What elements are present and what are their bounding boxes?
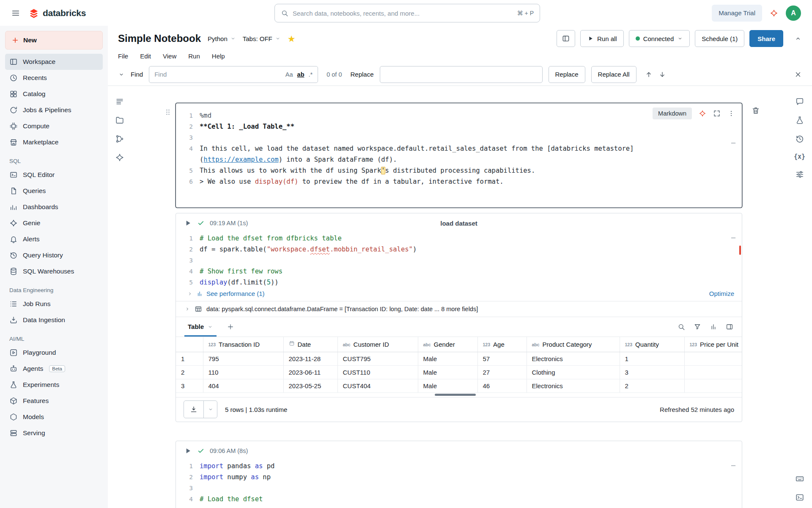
cell-menu-button[interactable] xyxy=(727,110,735,117)
databricks-logo[interactable]: databricks xyxy=(29,8,86,18)
cell-expand-button[interactable] xyxy=(713,110,721,117)
user-avatar[interactable]: A xyxy=(786,6,801,21)
chart-view-button[interactable] xyxy=(710,323,717,331)
experiments-button[interactable] xyxy=(795,116,804,125)
table-of-contents-button[interactable] xyxy=(115,97,124,106)
table-row[interactable]: 34042023-05-25CUST404Male46Electronics2 xyxy=(176,379,742,392)
sidebar-item-sql-editor[interactable]: SQL Editor xyxy=(5,167,103,183)
assistant-sparkle-button[interactable] xyxy=(770,9,778,17)
cluster-status-button[interactable]: Connected xyxy=(629,30,690,47)
code-line[interactable]: 4# Load the dfset xyxy=(176,494,742,505)
sidebar-item-alerts[interactable]: Alerts xyxy=(5,231,103,247)
filter-results-button[interactable] xyxy=(694,323,701,331)
whole-word-toggle[interactable]: ab xyxy=(297,71,304,78)
hamburger-menu-button[interactable] xyxy=(11,8,20,18)
download-options-button[interactable] xyxy=(203,401,217,418)
cell-drag-handle[interactable] xyxy=(164,108,172,116)
next-match-button[interactable] xyxy=(658,71,666,78)
find-input[interactable] xyxy=(154,66,281,83)
language-selector[interactable]: Python xyxy=(208,35,236,42)
sidebar-item-models[interactable]: Models xyxy=(5,409,103,425)
menu-run[interactable]: Run xyxy=(188,52,200,60)
code-line[interactable]: 1import pandas as pd xyxy=(176,461,742,472)
layout-view-button[interactable] xyxy=(557,30,575,47)
version-history-button[interactable] xyxy=(795,134,804,144)
run-all-button[interactable]: Run all xyxy=(580,30,624,47)
horizontal-scrollbar-thumb[interactable] xyxy=(435,394,476,396)
column-header-product-category[interactable]: abcProduct Category xyxy=(527,337,620,352)
manage-trial-button[interactable]: Manage Trial xyxy=(712,5,762,22)
code-line[interactable]: 2import numpy as np xyxy=(176,472,742,483)
find-bar-toggle-button[interactable] xyxy=(118,71,125,78)
sidebar-item-playground[interactable]: Playground xyxy=(5,345,103,361)
markdown-cell[interactable]: 1%md2**Cell 1: _Load Table_**3 4In this … xyxy=(176,103,742,208)
tabs-toggle-selector[interactable]: Tabs: OFF xyxy=(243,35,281,42)
sidebar-item-compute[interactable]: Compute xyxy=(5,118,103,134)
code-line[interactable]: 3 xyxy=(176,483,742,494)
column-header-customer-id[interactable]: abcCustomer ID xyxy=(337,337,418,352)
assistant-button[interactable] xyxy=(115,153,124,162)
replace-button[interactable]: Replace xyxy=(549,66,585,83)
close-find-bar-button[interactable] xyxy=(794,71,802,78)
menu-help[interactable]: Help xyxy=(212,52,225,60)
table-row[interactable]: 21102023-06-11CUST110Male27Clothing3 xyxy=(176,365,742,379)
sidebar-item-query-history[interactable]: Query History xyxy=(5,247,103,263)
previous-match-button[interactable] xyxy=(645,71,653,78)
code-editor[interactable]: 1import pandas as pd2import numpy as np3… xyxy=(176,461,742,505)
cell-collapse-control[interactable] xyxy=(730,235,737,241)
keyboard-shortcuts-button[interactable] xyxy=(795,474,804,483)
sidebar-item-queries[interactable]: Queries xyxy=(5,183,103,199)
code-line[interactable]: 5display(df.limit(5)) xyxy=(176,277,742,288)
match-case-toggle[interactable]: Aa xyxy=(285,71,293,78)
sidebar-item-jobs-pipelines[interactable]: Jobs & Pipelines xyxy=(5,102,103,118)
replace-input[interactable] xyxy=(385,66,537,83)
column-header-gender[interactable]: abcGender xyxy=(418,337,477,352)
table-row[interactable]: 17952023-11-28CUST795Male57Electronics1 xyxy=(176,352,742,365)
sidebar-item-agents[interactable]: AgentsBeta xyxy=(5,361,103,377)
cell-collapse-control[interactable] xyxy=(730,140,737,146)
code-line[interactable]: 3 xyxy=(176,255,742,266)
sidebar-item-job-runs[interactable]: Job Runs xyxy=(5,296,103,312)
dataframe-summary-row[interactable]: data: pyspark.sql.connect.dataframe.Data… xyxy=(176,301,742,317)
catalog-browser-button[interactable] xyxy=(115,134,124,144)
global-search[interactable]: ⌘ + P xyxy=(274,4,540,22)
column-header-date[interactable]: Date xyxy=(283,337,337,352)
code-line[interactable]: 4In this cell, we load the dataset named… xyxy=(176,143,742,165)
sidebar-item-sql-warehouses[interactable]: SQL Warehouses xyxy=(5,263,103,279)
optimize-link[interactable]: Optimize xyxy=(709,290,734,297)
column-header-transaction-id[interactable]: 123Transaction ID xyxy=(203,337,283,352)
schedule-button[interactable]: Schedule (1) xyxy=(695,30,744,47)
results-tab-table[interactable]: Table xyxy=(184,317,217,337)
sidebar-item-experiments[interactable]: Experiments xyxy=(5,377,103,393)
global-search-input[interactable] xyxy=(293,4,513,22)
code-editor[interactable]: 1# Load the dfset from dfbricks table2df… xyxy=(176,233,742,288)
favorite-star-icon[interactable]: ★ xyxy=(288,34,296,43)
cell-assistant-button[interactable] xyxy=(699,110,706,117)
see-performance-link[interactable]: See performance (1) xyxy=(196,290,265,297)
column-header-quantity[interactable]: 123Quantity xyxy=(620,337,684,352)
collapse-header-button[interactable] xyxy=(794,35,802,42)
code-line[interactable]: 2**Cell 1: _Load Table_** xyxy=(176,121,742,132)
replace-all-button[interactable]: Replace All xyxy=(591,66,636,83)
column-header-price-per-unit[interactable]: 123Price per Unit xyxy=(684,337,742,352)
code-line[interactable]: 6> We also use display(df) to preview th… xyxy=(176,176,742,187)
run-cell-button[interactable] xyxy=(184,219,192,227)
cell-language-badge[interactable]: Markdown xyxy=(653,108,692,119)
terminal-button[interactable] xyxy=(795,493,804,502)
code-line[interactable]: 4# Show first few rows xyxy=(176,266,742,277)
regex-toggle[interactable]: .* xyxy=(309,71,313,78)
add-visualization-button[interactable] xyxy=(227,323,234,331)
code-line[interactable]: 1# Load the dfset from dfbricks table xyxy=(176,233,742,244)
run-cell-button[interactable] xyxy=(184,447,192,455)
sidebar-item-recents[interactable]: Recents xyxy=(5,70,103,86)
column-header-age[interactable]: 123Age xyxy=(477,337,527,352)
sidebar-item-dashboards[interactable]: Dashboards xyxy=(5,199,103,215)
code-line[interactable]: 2df = spark.table("workspace.dfset.mobbi… xyxy=(176,244,742,255)
search-results-button[interactable] xyxy=(678,323,685,331)
menu-edit[interactable]: Edit xyxy=(140,52,151,60)
sidebar-item-features[interactable]: Features xyxy=(5,393,103,409)
sidebar-item-marketplace[interactable]: Marketplace xyxy=(5,134,103,150)
code-cell-load-dataset[interactable]: 09:19 AM (1s) load dataset 1# Load the d… xyxy=(176,213,742,422)
notebook-scroll-area[interactable]: 1%md2**Cell 1: _Load Table_**3 4In this … xyxy=(132,86,787,508)
new-button[interactable]: New xyxy=(5,31,103,50)
